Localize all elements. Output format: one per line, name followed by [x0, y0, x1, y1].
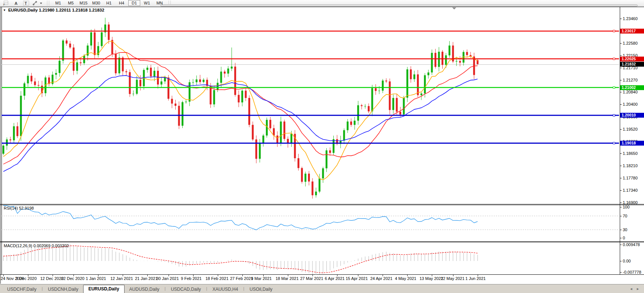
- rsi-panel-label: RSI(14) 52.9198: [4, 206, 34, 210]
- date-axis-label: 21 Jan 2021: [135, 276, 158, 281]
- date-axis-label: 1 Jun 2021: [465, 276, 486, 281]
- price-badge-1.22025: 1.22025: [620, 57, 644, 61]
- price-badge-1.21832: 1.21832: [620, 62, 644, 67]
- rsi-axis-tick: 100: [623, 205, 629, 209]
- rsi-axis-tick: 30: [623, 227, 627, 232]
- date-axis-label: 1 Jan 2021: [86, 276, 106, 281]
- price-axis-tick: 1.18210: [623, 163, 638, 168]
- date-axis-label: 22 May 2021: [441, 276, 465, 281]
- objects-dropdown-icon[interactable]: [31, 0, 44, 6]
- svg-text:T: T: [25, 1, 27, 6]
- timeframe-button-m5[interactable]: M5: [65, 0, 77, 6]
- mt4-chart-screen: F A T M1M5M15M30H1H4D1W1MN 1.234601.2302…: [0, 0, 644, 293]
- date-axis-label: 18 Mar 2021: [276, 276, 299, 281]
- price-badge-1.20010: 1.20010: [620, 113, 644, 118]
- date-axis-label: 13 May 2021: [420, 276, 443, 281]
- date-axis-label: 30 Jan 2021: [156, 276, 179, 281]
- chart-grid-f-icon[interactable]: F: [1, 0, 11, 6]
- date-axis-label: 18 Feb 2021: [205, 276, 229, 281]
- date-axis-label: 12 Dec 2020: [40, 276, 63, 281]
- chart-tab-eurusd[interactable]: EURUSD,Daily: [83, 285, 125, 293]
- macd-axis-tick: 0.009478: [623, 242, 640, 247]
- date-axis-label: 24 Apr 2021: [370, 276, 392, 281]
- date-axis-label: 15 Apr 2021: [346, 276, 368, 281]
- chart-hscrollbar-thumb[interactable]: [160, 4, 638, 7]
- tabs-scroll-left-icon[interactable]: ◄: [629, 287, 633, 291]
- macd-axis-tick: 0.00: [623, 259, 631, 263]
- timeframe-button-w1[interactable]: W1: [141, 0, 153, 6]
- timeframe-button-m1[interactable]: M1: [52, 0, 64, 6]
- price-badge-1.21002: 1.21002: [620, 85, 644, 90]
- date-axis-label: 3 Dec 2020: [16, 276, 37, 281]
- chart-title-text: EURUSD,Daily 1.21980 1.22011 1.21818 1.2…: [8, 8, 104, 12]
- macd-plot: [3, 244, 478, 275]
- price-badge-1.23017: 1.23017: [620, 29, 644, 34]
- chart-tab-audusd[interactable]: AUDUSD,Daily: [125, 286, 164, 293]
- label-tool-icon[interactable]: A: [11, 0, 21, 6]
- chart-title: ▼EURUSD,Daily 1.21980 1.22011 1.21818 1.…: [3, 8, 104, 12]
- price-axis-tick: 1.17340: [623, 188, 638, 192]
- date-axis-label: 9 Feb 2021: [181, 276, 202, 281]
- chart-tab-usdcad[interactable]: USDCAD,Daily: [166, 286, 206, 293]
- rsi-axis-tick: 0: [623, 236, 625, 240]
- text-tool-icon[interactable]: T: [21, 0, 31, 6]
- toolbar-grip: [47, 1, 49, 6]
- timeframe-buttons: M1M5M15M30H1H4D1W1MN: [52, 0, 166, 6]
- timeframe-button-h1[interactable]: H1: [103, 0, 115, 6]
- timeframe-button-d1[interactable]: D1: [128, 0, 140, 6]
- price-axis-tick: 1.20840: [623, 90, 638, 94]
- date-axis-label: 4 May 2021: [395, 276, 416, 281]
- panel-borders: [0, 7, 644, 284]
- tabs-scroll-right-icon[interactable]: ►: [636, 287, 640, 291]
- rsi-axis-tick: 70: [623, 214, 627, 218]
- price-axis-tick: 1.16900: [623, 200, 638, 205]
- macd-panel-label: MACD(12,26,9) 0.002069 0.003202: [4, 243, 69, 248]
- price-axis-tick: 1.20400: [623, 102, 638, 106]
- rsi-plot: [1, 206, 619, 230]
- chart-tab-xauusd[interactable]: XAUUSD,H4: [208, 286, 243, 293]
- chart-tab-usdcnh[interactable]: USDCNH,Daily: [43, 286, 83, 293]
- chart-canvas[interactable]: [0, 0, 644, 293]
- price-axis-tick: 1.19520: [623, 127, 638, 131]
- date-axis-label: 9 Mar 2021: [251, 276, 272, 281]
- chart-tab-usdchf[interactable]: USDCHF,Daily: [2, 286, 41, 293]
- date-axis-label: 6 Apr 2021: [325, 276, 345, 281]
- macd-axis-tick: -0.007778: [623, 270, 641, 274]
- tab-separator: |: [243, 286, 244, 292]
- price-badge-1.19018: 1.19018: [620, 141, 644, 146]
- date-axis-label: 27 Mar 2021: [300, 276, 323, 281]
- timeframe-button-m15[interactable]: M15: [78, 0, 89, 6]
- tab-separator: |: [164, 286, 166, 292]
- price-axis-tick: 1.22580: [623, 41, 638, 45]
- tab-scroll-arrows: ◄►: [626, 287, 640, 291]
- date-axis-label: 12 Jan 2021: [110, 276, 133, 281]
- svg-text:F: F: [3, 3, 5, 6]
- price-axis-tick: 1.18650: [623, 151, 638, 156]
- svg-text:A: A: [15, 1, 18, 6]
- date-axis-label: 27 Feb 2021: [230, 276, 253, 281]
- collapse-triangle-icon[interactable]: ▼: [3, 9, 6, 12]
- timeframe-button-h4[interactable]: H4: [116, 0, 128, 6]
- price-axis-tick: 1.23460: [623, 16, 638, 21]
- chart-tab-usoil[interactable]: USOil,Daily: [245, 286, 277, 293]
- price-axis-tick: 1.21270: [623, 78, 638, 82]
- date-axis-label: 22 Dec 2020: [61, 276, 84, 281]
- candlesticks[interactable]: [3, 18, 479, 199]
- chart-tabs-bar: USDCHF,Daily|USDCNH,DailyEURUSD,DailyAUD…: [0, 284, 644, 293]
- timeframe-button-m30[interactable]: M30: [90, 0, 102, 6]
- tab-separator: |: [206, 286, 207, 292]
- chart-tabs: USDCHF,Daily|USDCNH,DailyEURUSD,DailyAUD…: [2, 285, 277, 293]
- tab-separator: |: [42, 286, 43, 292]
- price-axis-tick: 1.17780: [623, 176, 638, 180]
- axis-ticks: [4, 19, 622, 277]
